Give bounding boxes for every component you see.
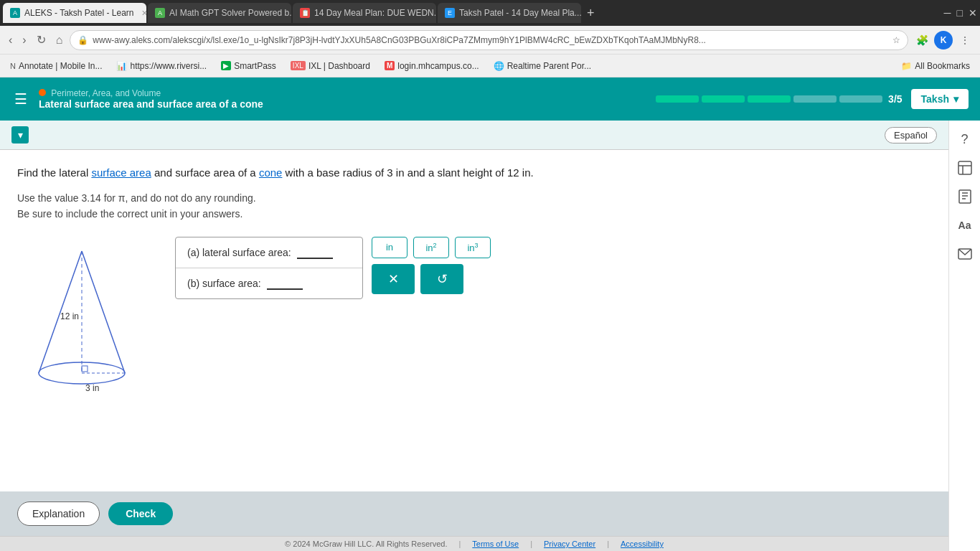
part-b-input[interactable] bbox=[267, 277, 303, 290]
bookmark-realtime[interactable]: 🌐 Realtime Parent Por... bbox=[489, 60, 595, 72]
progress-count: 3/5 bbox=[888, 93, 902, 105]
bookmark-ixl[interactable]: IXL IXL | Dashboard bbox=[286, 60, 374, 72]
main-content: ▾ Español Find the lateral surface area … bbox=[0, 121, 980, 551]
browser-chrome: A ALEKS - Taksh Patel - Learn ✕ A AI Mat… bbox=[0, 0, 980, 77]
problem-area: 12 in 3 in (a) lateral surface area: bbox=[17, 237, 931, 411]
bookmark-ixl-icon: IXL bbox=[291, 61, 306, 70]
question-body: Find the lateral surface area and surfac… bbox=[0, 150, 948, 491]
close-window-button[interactable]: ✕ bbox=[969, 7, 977, 19]
accessibility-link[interactable]: Accessibility bbox=[621, 540, 664, 548]
security-icon: 🔒 bbox=[77, 35, 88, 45]
forward-button[interactable]: › bbox=[19, 31, 29, 50]
bookmark-all-icon: 📁 bbox=[901, 61, 912, 71]
new-tab-button[interactable]: + bbox=[583, 6, 599, 21]
part-b-label: (b) surface area: bbox=[187, 278, 261, 289]
separator-3: | bbox=[607, 540, 609, 548]
menu-button[interactable]: ⋮ bbox=[956, 31, 974, 50]
svg-line-1 bbox=[82, 251, 125, 373]
question-text-prefix: Find the lateral bbox=[17, 166, 91, 179]
user-name: Taksh bbox=[921, 93, 949, 105]
refresh-button[interactable]: ↺ bbox=[420, 264, 463, 294]
hamburger-menu-button[interactable]: ☰ bbox=[11, 88, 30, 110]
bookmark-realtime-icon: 🌐 bbox=[494, 61, 504, 71]
tab-meal1[interactable]: 📋 14 Day Meal Plan: DUE WEDN... ✕ bbox=[293, 3, 436, 23]
tab-aleks[interactable]: A ALEKS - Taksh Patel - Learn ✕ bbox=[3, 3, 146, 23]
url-bar[interactable]: 🔒 www-awy.aleks.com/alekscgi/x/lsl.exe/1… bbox=[70, 30, 908, 50]
tab-label-meal2: Taksh Patel - 14 Day Meal Pla... bbox=[459, 8, 581, 18]
header-subtitle: Lateral surface area and surface area of… bbox=[39, 98, 263, 110]
reload-button[interactable]: ↻ bbox=[34, 30, 49, 50]
font-icon[interactable]: Aa bbox=[952, 212, 978, 238]
input-row-a: (a) lateral surface area: bbox=[176, 237, 362, 268]
prog-bar-5 bbox=[839, 95, 882, 103]
prog-bar-3 bbox=[748, 95, 791, 103]
bookmark-mhcampus[interactable]: M login.mhcampus.co... bbox=[380, 60, 484, 72]
question-text: Find the lateral surface area and surfac… bbox=[17, 164, 931, 182]
mail-icon[interactable] bbox=[952, 241, 978, 267]
content-panel: ▾ Español Find the lateral surface area … bbox=[0, 121, 948, 551]
bookmark-all[interactable]: 📁 All Bookmarks bbox=[897, 60, 974, 72]
help-icon[interactable]: ? bbox=[952, 126, 978, 152]
question-text-mid2: with a base radius of 3 in and a slant h… bbox=[282, 166, 533, 179]
copyright-bar: © 2024 McGraw Hill LLC. All Rights Reser… bbox=[0, 536, 948, 551]
input-row-b: (b) surface area: bbox=[176, 268, 362, 298]
svg-rect-8 bbox=[958, 161, 971, 174]
header-topic: Perimeter, Area, and Volume bbox=[39, 88, 263, 98]
surface-area-link[interactable]: surface area bbox=[91, 166, 151, 179]
prog-bar-2 bbox=[702, 95, 745, 103]
bookmark-ixl-label: IXL | Dashboard bbox=[308, 61, 370, 71]
progress-area: 3/5 bbox=[656, 93, 902, 105]
tab-meal2[interactable]: E Taksh Patel - 14 Day Meal Pla... ✕ bbox=[438, 3, 581, 23]
prog-bar-1 bbox=[656, 95, 699, 103]
unit-in2-button[interactable]: in2 bbox=[413, 237, 449, 258]
part-a-label: (a) lateral surface area: bbox=[187, 247, 291, 258]
collapse-button[interactable]: ▾ bbox=[11, 126, 29, 143]
bookmark-smartpass-icon: ▶ bbox=[221, 61, 231, 70]
unit-in3-button[interactable]: in3 bbox=[455, 237, 491, 258]
bookmark-smartpass[interactable]: ▶ SmartPass bbox=[217, 60, 281, 72]
question-text-mid1: and surface area of a bbox=[151, 166, 259, 179]
bookmark-mhcampus-icon: M bbox=[385, 61, 395, 70]
extensions-button[interactable]: 🧩 bbox=[913, 31, 931, 50]
unit-in-button[interactable]: in bbox=[372, 237, 407, 258]
explanation-button[interactable]: Explanation bbox=[17, 501, 100, 526]
terms-of-use-link[interactable]: Terms of Use bbox=[472, 540, 519, 548]
user-menu-button[interactable]: Taksh ▾ bbox=[911, 89, 969, 109]
part-a-input[interactable] bbox=[297, 246, 333, 259]
hint-text-1: Use the value 3.14 for π, and do not do … bbox=[17, 190, 931, 206]
tab-close-aleks[interactable]: ✕ bbox=[141, 9, 146, 18]
header-title-area: Perimeter, Area, and Volume Lateral surf… bbox=[39, 88, 263, 110]
espanol-button[interactable]: Español bbox=[885, 127, 937, 143]
orange-dot-icon bbox=[39, 89, 46, 96]
privacy-center-link[interactable]: Privacy Center bbox=[544, 540, 595, 548]
cancel-x-button[interactable]: ✕ bbox=[372, 264, 415, 294]
profile-button[interactable]: K bbox=[934, 31, 953, 50]
svg-rect-4 bbox=[82, 366, 88, 372]
footer-buttons: Explanation Check bbox=[0, 491, 948, 536]
maximize-button[interactable]: □ bbox=[957, 7, 963, 19]
tab-ai-math[interactable]: A AI Math GPT Solver Powered b... ✕ bbox=[148, 3, 291, 23]
tab-bar: A ALEKS - Taksh Patel - Learn ✕ A AI Mat… bbox=[0, 0, 980, 26]
question-header: ▾ Español bbox=[0, 121, 948, 150]
cone-svg: 12 in 3 in bbox=[17, 237, 146, 409]
bookmark-riversi[interactable]: 📊 https://www.riversi... bbox=[112, 60, 211, 72]
separator-1: | bbox=[458, 540, 461, 548]
cone-link[interactable]: cone bbox=[259, 166, 283, 179]
minimize-button[interactable]: ─ bbox=[944, 7, 951, 19]
separator-2: | bbox=[530, 540, 532, 548]
bookmark-annotate-label: Annotate | Mobile In... bbox=[19, 61, 103, 71]
bookmark-annotate[interactable]: N Annotate | Mobile In... bbox=[6, 60, 106, 72]
back-button[interactable]: ‹ bbox=[6, 31, 15, 50]
home-button[interactable]: ⌂ bbox=[53, 31, 66, 50]
bookmark-realtime-label: Realtime Parent Por... bbox=[507, 61, 591, 71]
calculator-icon[interactable] bbox=[952, 155, 978, 181]
book-icon[interactable] bbox=[952, 184, 978, 209]
svg-text:3 in: 3 in bbox=[85, 383, 99, 393]
tab-label-ai-math: AI Math GPT Solver Powered b... bbox=[169, 8, 291, 18]
bookmark-mhcampus-label: login.mhcampus.co... bbox=[397, 61, 479, 71]
bookmark-riversi-icon: 📊 bbox=[116, 61, 127, 71]
check-button[interactable]: Check bbox=[108, 502, 173, 525]
aleks-header: ☰ Perimeter, Area, and Volume Lateral su… bbox=[0, 77, 980, 121]
chevron-down-icon: ▾ bbox=[953, 93, 958, 105]
bookmark-star-icon[interactable]: ☆ bbox=[892, 35, 900, 45]
